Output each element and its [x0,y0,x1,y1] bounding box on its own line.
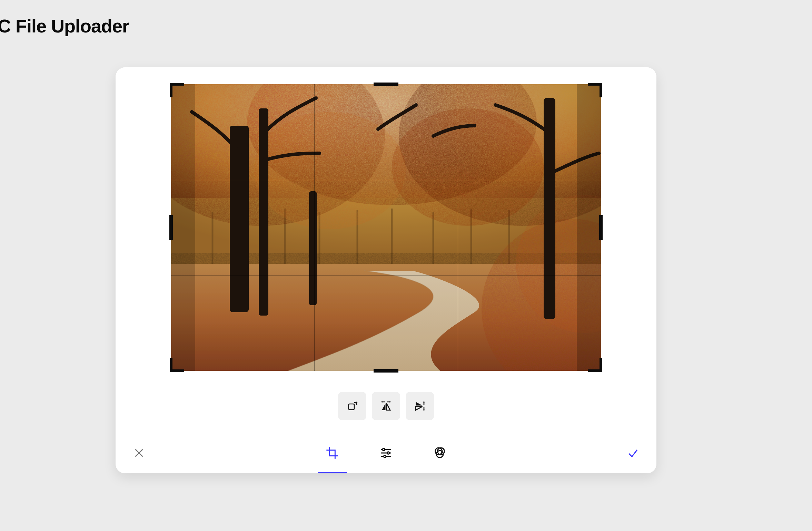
editor-canvas [116,67,656,384]
editor-tabs [318,432,454,473]
tab-filters[interactable] [425,432,454,473]
rotate-icon [346,400,358,412]
mirror-horizontal-button[interactable] [372,392,400,420]
crop-icon [325,446,339,460]
page-title: JC File Uploader [0,15,129,37]
svg-rect-25 [171,84,195,371]
tab-crop[interactable] [318,432,347,473]
color-filters-icon [433,446,447,460]
svg-point-28 [383,448,385,451]
sliders-icon [379,446,393,460]
tab-tune[interactable] [372,432,400,473]
svg-rect-24 [171,84,601,371]
check-icon [627,447,639,459]
svg-point-29 [387,452,389,454]
mirror-horizontal-icon [380,400,392,412]
cancel-button[interactable] [125,432,153,473]
flip-vertical-button[interactable] [406,392,434,420]
crop-handle-top[interactable] [374,83,398,86]
done-button[interactable] [619,432,647,473]
svg-rect-27 [349,404,355,410]
svg-point-30 [384,455,386,457]
image-preview [171,84,601,371]
crop-handle-bottom[interactable] [374,369,398,373]
crop-handle-right[interactable] [599,215,603,240]
image-editor-panel [116,67,656,473]
flip-vertical-icon [414,400,426,412]
crop-handle-left[interactable] [169,215,173,240]
close-icon [133,447,145,459]
crop-stage[interactable] [171,84,601,371]
rotate-button[interactable] [338,392,366,420]
crop-handle-bottom-right[interactable] [588,358,602,372]
svg-rect-26 [577,84,601,371]
crop-operations-row [116,384,656,432]
crop-handle-top-left[interactable] [170,83,184,97]
crop-handle-top-right[interactable] [588,83,602,97]
editor-tab-bar [116,432,656,473]
crop-handle-bottom-left[interactable] [170,358,184,372]
